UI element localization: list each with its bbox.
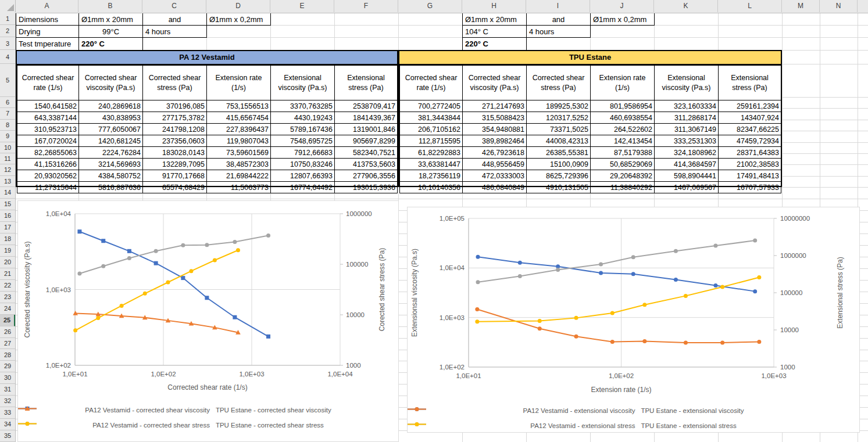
table-cell[interactable]: 44008,42313 <box>527 135 591 147</box>
table-cell[interactable]: 1467,069567 <box>655 182 719 193</box>
cell-and-right[interactable]: and <box>527 13 591 26</box>
table-cell[interactable]: 183028,0143 <box>143 147 207 159</box>
table-column-header[interactable]: Corrected shear stress (Pa) <box>143 66 207 100</box>
table-cell[interactable]: 47459,72934 <box>719 135 781 147</box>
table-cell[interactable]: 29,20648392 <box>591 170 655 182</box>
cell-drying-label[interactable]: Drying <box>16 26 79 38</box>
table-cell[interactable]: 3370,763285 <box>271 100 335 112</box>
row-header-10[interactable]: 10 <box>0 142 15 153</box>
row-header-9[interactable]: 9 <box>0 131 15 142</box>
cell-dim-value-1-right[interactable]: Ø1mm x 20mm <box>463 13 527 26</box>
row-header-13[interactable]: 13 <box>0 176 15 187</box>
row-header-35[interactable]: 35 <box>0 430 15 442</box>
table-cell[interactable]: 7548,695725 <box>271 135 335 147</box>
table-cell[interactable]: 12807,66393 <box>271 170 335 182</box>
legend-item[interactable]: TPU Estane - extensional viscosity <box>641 407 744 414</box>
row-header-bar[interactable]: 1234567891011121314151617181920212223242… <box>0 13 16 442</box>
row-header-7[interactable]: 7 <box>0 108 15 119</box>
table-cell[interactable]: 87,5179388 <box>591 147 655 159</box>
table-cell[interactable]: 460,6938554 <box>591 112 655 124</box>
column-header-G[interactable]: G <box>398 0 462 12</box>
table-cell[interactable]: 389,8982464 <box>463 135 527 147</box>
row-header-33[interactable]: 33 <box>0 407 15 419</box>
table-column-header[interactable]: Extensional viscosity (Pa.s) <box>271 66 335 100</box>
table-cell[interactable]: 1540,641582 <box>17 100 79 112</box>
table-cell[interactable]: 370196,085 <box>143 100 207 112</box>
column-header-A[interactable]: A <box>16 0 78 12</box>
table-cell[interactable]: 227,8396437 <box>207 124 271 135</box>
column-header-L[interactable]: L <box>718 0 782 12</box>
row-header-14[interactable]: 14 <box>0 187 15 199</box>
row-header-23[interactable]: 23 <box>0 292 15 303</box>
table-cell[interactable]: 18,27356119 <box>400 170 463 182</box>
shear-chart[interactable]: 1,0E+011,0E+021,0E+031,0E+041,0E+021,0E+… <box>17 200 399 442</box>
legend-item[interactable]: PA12 Vestamid - corrected shear stress <box>92 422 210 429</box>
row-header-4[interactable]: 4 <box>0 50 15 64</box>
table-cell[interactable]: 598,8904441 <box>655 170 719 182</box>
table-column-header[interactable]: Extensional stress (Pa) <box>719 66 781 100</box>
table-cell[interactable]: 3214,569693 <box>79 159 143 170</box>
table-cell[interactable]: 1420,681245 <box>79 135 143 147</box>
table-cell[interactable]: 413753,5603 <box>335 159 398 170</box>
table-cell[interactable]: 91770,17668 <box>143 170 207 182</box>
table-cell[interactable]: 414,3684597 <box>655 159 719 170</box>
table-cell[interactable]: 426,7923618 <box>463 147 527 159</box>
row-header-5[interactable]: 5 <box>0 64 15 97</box>
table-cell[interactable]: 801,9586954 <box>591 100 655 112</box>
row-header-21[interactable]: 21 <box>0 268 15 280</box>
column-header-E[interactable]: E <box>270 0 334 12</box>
row-header-25[interactable]: 25 <box>0 315 15 326</box>
cell-dim-value-2[interactable]: Ø1mm x 0,2mm <box>207 13 271 26</box>
table-cell[interactable]: 21002,38583 <box>719 159 781 170</box>
cell-dimensions-label[interactable]: Dimensions <box>16 13 79 26</box>
table-cell[interactable]: 472,0333003 <box>463 170 527 182</box>
row-header-8[interactable]: 8 <box>0 120 15 131</box>
table-cell[interactable]: 333,2531303 <box>655 135 719 147</box>
table-cell[interactable]: 167,0720024 <box>17 135 79 147</box>
table-cell[interactable]: 2224,76284 <box>79 147 143 159</box>
cell-drying-time[interactable]: 4 hours <box>143 26 207 38</box>
column-header-bar[interactable]: ABCDEFGHIJKLMN <box>0 0 868 13</box>
table-cell[interactable]: 26385,55381 <box>527 147 591 159</box>
table-cell[interactable]: 700,2772405 <box>400 100 463 112</box>
table-cell[interactable]: 237356,0603 <box>143 135 207 147</box>
cell-drying-temp[interactable]: 99°C <box>79 26 143 38</box>
table-cell[interactable]: 1841439,367 <box>335 112 398 124</box>
table-cell[interactable]: 311,3067149 <box>655 124 719 135</box>
table-cell[interactable]: 120317,5252 <box>527 112 591 124</box>
table-cell[interactable]: 777,6050067 <box>79 124 143 135</box>
table-cell[interactable]: 310,9523713 <box>17 124 79 135</box>
table-cell[interactable]: 10750,83246 <box>271 159 335 170</box>
table-cell[interactable]: 33,63381447 <box>400 159 463 170</box>
row-header-29[interactable]: 29 <box>0 361 15 372</box>
table-column-header[interactable]: Corrected shear rate (1/s) <box>400 66 463 100</box>
column-header-I[interactable]: I <box>526 0 590 12</box>
row-header-16[interactable]: 16 <box>0 210 15 222</box>
row-header-6[interactable]: 6 <box>0 97 15 108</box>
table-column-header[interactable]: Extension rate (1/s) <box>591 66 655 100</box>
legend-item[interactable]: TPU Estane - corrected shear stress <box>216 422 324 429</box>
column-header-J[interactable]: J <box>590 0 654 12</box>
row-header-3[interactable]: 3 <box>0 37 15 50</box>
column-header-N[interactable]: N <box>820 0 858 12</box>
table-cell[interactable]: 259161,2394 <box>719 100 781 112</box>
pa12-table[interactable]: PA 12 Vestamid Corrected shear rate (1/s… <box>16 50 398 187</box>
table-cell[interactable]: 753,1556513 <box>207 100 271 112</box>
table-cell[interactable]: 448,9556459 <box>463 159 527 170</box>
select-all-corner[interactable] <box>0 0 16 12</box>
row-header-27[interactable]: 27 <box>0 338 15 350</box>
table-cell[interactable]: 1319001,846 <box>335 124 398 135</box>
row-header-11[interactable]: 11 <box>0 153 15 164</box>
cell-drying-time-right[interactable]: 4 hours <box>527 26 591 38</box>
cell-testtemp-value-right[interactable]: 220° C <box>463 38 527 51</box>
table-cell[interactable]: 271,2147693 <box>463 100 527 112</box>
table-column-header[interactable]: Extensional stress (Pa) <box>335 66 398 100</box>
table-cell[interactable]: 323,1603334 <box>655 100 719 112</box>
table-cell[interactable]: 324,1808962 <box>655 147 719 159</box>
table-column-header[interactable]: Corrected shear viscosity (Pa.s) <box>79 66 143 100</box>
table-cell[interactable]: 119,9807043 <box>207 135 271 147</box>
table-cell[interactable]: 41,15316266 <box>17 159 79 170</box>
row-header-31[interactable]: 31 <box>0 384 15 396</box>
row-header-2[interactable]: 2 <box>0 25 15 37</box>
table-cell[interactable]: 11,38840292 <box>591 182 655 193</box>
